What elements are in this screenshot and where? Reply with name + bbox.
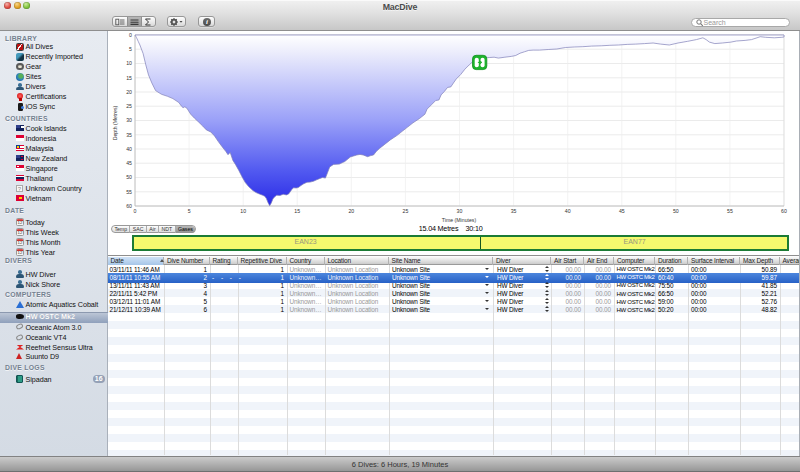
svg-text:20: 20 — [126, 89, 132, 95]
svg-text:60: 60 — [781, 208, 787, 214]
svg-text:10: 10 — [126, 60, 132, 66]
svg-text:0: 0 — [129, 32, 132, 38]
svg-text:20: 20 — [348, 208, 354, 214]
svg-text:40: 40 — [564, 208, 570, 214]
svg-text:50: 50 — [126, 174, 132, 180]
svg-text:30: 30 — [126, 117, 132, 123]
svg-text:30: 30 — [456, 208, 462, 214]
svg-text:35: 35 — [510, 208, 516, 214]
svg-text:15: 15 — [294, 208, 300, 214]
svg-text:60: 60 — [126, 203, 132, 209]
svg-text:0: 0 — [133, 208, 136, 214]
svg-text:Depth (Metres): Depth (Metres) — [112, 105, 118, 140]
svg-text:Time (Minutes): Time (Minutes) — [441, 217, 476, 223]
svg-text:35: 35 — [126, 132, 132, 138]
svg-text:55: 55 — [126, 189, 132, 195]
svg-text:55: 55 — [727, 208, 733, 214]
svg-text:5: 5 — [187, 208, 190, 214]
svg-text:10: 10 — [240, 208, 246, 214]
svg-text:45: 45 — [126, 160, 132, 166]
svg-text:25: 25 — [402, 208, 408, 214]
svg-text:25: 25 — [126, 103, 132, 109]
svg-text:40: 40 — [126, 146, 132, 152]
svg-text:15: 15 — [126, 75, 132, 81]
svg-text:50: 50 — [672, 208, 678, 214]
svg-text:5: 5 — [129, 46, 132, 52]
svg-text:45: 45 — [618, 208, 624, 214]
